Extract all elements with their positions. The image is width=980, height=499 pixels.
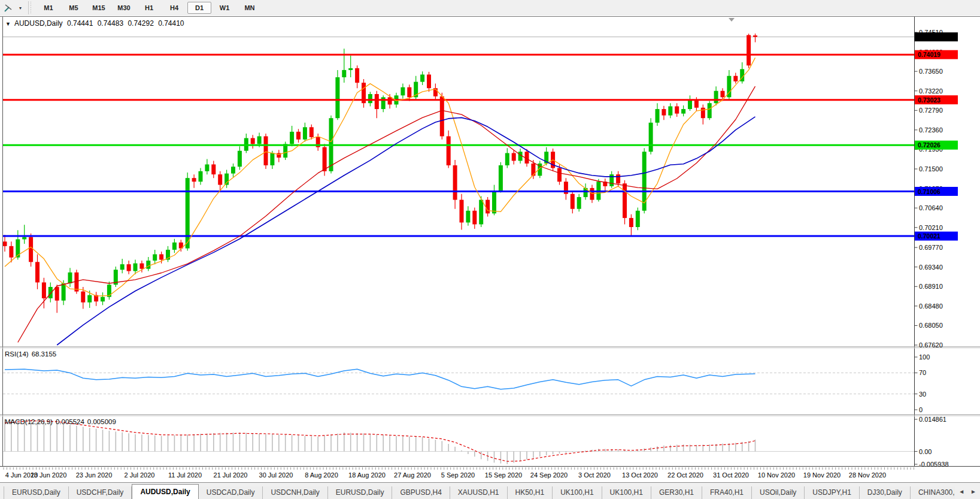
timeframe-button-m30[interactable]: M30: [112, 2, 136, 14]
chart-shift-marker-icon[interactable]: [729, 18, 735, 22]
candle-body: [668, 106, 672, 115]
tab-usdjpy-h1[interactable]: USDJPY,H1: [805, 486, 859, 499]
candle-body: [87, 295, 92, 303]
candle-body: [257, 136, 262, 144]
candle-body: [440, 96, 444, 137]
candle-body: [303, 127, 307, 139]
candle-body: [590, 188, 594, 200]
candle-body: [368, 94, 372, 103]
candle-body: [22, 237, 26, 240]
candle-body: [747, 35, 751, 66]
date-axis[interactable]: [0, 467, 915, 482]
candle-body: [681, 109, 685, 114]
tab-ger30-h1[interactable]: GER30,H1: [651, 486, 702, 499]
candle-body: [62, 283, 66, 301]
tab-uk100-h1[interactable]: UK100,H1: [602, 486, 651, 499]
candle-body: [694, 100, 699, 108]
tab-hk50-h1[interactable]: HK50,H1: [508, 486, 553, 499]
tab-gbpusd-h4[interactable]: GBPUSD,H4: [392, 486, 450, 499]
candle-body: [708, 103, 712, 118]
candle-body: [139, 264, 144, 269]
top-toolbar: ▾ M1M5M15M30H1H4D1W1MN: [0, 0, 980, 16]
candle-body: [153, 254, 157, 261]
candle-body: [3, 241, 7, 246]
tab-usdcnh-daily[interactable]: USDCNH,Daily: [263, 486, 327, 499]
timeframe-button-w1[interactable]: W1: [213, 2, 236, 14]
rsi-line: [5, 369, 756, 389]
candle-body: [466, 211, 470, 223]
macd-label: MACD(12,26,9)0.0055240.005009: [5, 418, 119, 425]
candle-body: [512, 153, 516, 161]
tab-fra40-h1[interactable]: FRA40,H1: [702, 486, 752, 499]
candle-body: [427, 74, 431, 88]
macd-value-signal: 0.005009: [87, 418, 116, 425]
timeframe-button-m5[interactable]: M5: [62, 2, 86, 14]
candle-body: [577, 197, 581, 209]
candle-body: [733, 76, 738, 81]
tab-eurusd-daily[interactable]: EURUSD,Daily: [328, 486, 393, 499]
candle-body: [499, 165, 503, 190]
timeframe-button-m15[interactable]: M15: [87, 2, 111, 14]
candle-body: [701, 108, 705, 118]
candle-body: [211, 164, 216, 174]
timeframe-button-m1[interactable]: M1: [37, 2, 60, 14]
tool-dropdown-icon[interactable]: ▾: [16, 2, 25, 14]
tab-usdchf-daily[interactable]: USDCHF,Daily: [69, 486, 132, 499]
chart-tab-bar: EURUSD,DailyUSDCHF,DailyAUDUSD,DailyUSDC…: [0, 482, 980, 499]
candle-body: [205, 164, 209, 171]
candle-body: [636, 211, 640, 227]
candle-body: [296, 132, 301, 140]
chart-window: 0.745100.740800.736500.732200.727900.723…: [0, 16, 980, 482]
candle-body: [479, 200, 483, 225]
tab-xauusd-h1[interactable]: XAUUSD,H1: [450, 486, 508, 499]
candle-body: [238, 151, 242, 167]
tab-dj30-daily[interactable]: DJ30,Daily: [860, 486, 911, 499]
chart-dropdown-icon[interactable]: ▼: [5, 21, 11, 27]
candle-body: [199, 171, 203, 182]
ohlc-high: 0.74483: [98, 19, 123, 28]
candle-body: [192, 178, 196, 182]
ohlc-open: 0.74441: [67, 19, 93, 28]
tab-eurusd-daily[interactable]: EURUSD,Daily: [4, 486, 69, 499]
rsi-label: RSI(14)68.3155: [5, 350, 59, 358]
timeframe-button-mn[interactable]: MN: [238, 2, 262, 14]
tab-china300-h1[interactable]: CHINA300,H1: [911, 486, 955, 499]
candle-body: [472, 211, 477, 225]
candle-body: [649, 123, 653, 152]
candle-body: [55, 287, 59, 301]
candle-body: [48, 287, 53, 298]
chart-tabs: EURUSD,DailyUSDCHF,DailyAUDUSD,DailyUSDC…: [0, 483, 955, 499]
chart-symbol-label: AUDUSD,Daily: [14, 19, 63, 28]
candle-body: [172, 243, 177, 250]
tabs-scroll-left-icon[interactable]: ◄: [958, 488, 964, 495]
tab-audusd-daily[interactable]: AUDUSD,Daily: [132, 484, 198, 499]
timeframe-button-d1[interactable]: D1: [187, 2, 211, 14]
macd-histogram: [5, 419, 756, 464]
candle-body: [42, 282, 46, 298]
candle-body: [270, 153, 274, 165]
candle-body: [401, 87, 405, 96]
tab-usoil-daily[interactable]: USOil,Daily: [752, 486, 805, 499]
tabs-scroll-right-icon[interactable]: ►: [970, 488, 976, 495]
tab-uk100-h1[interactable]: UK100,H1: [553, 486, 602, 499]
candle-body: [453, 165, 457, 200]
candle-body: [486, 200, 490, 214]
candle-body: [134, 264, 138, 271]
candle-body: [355, 68, 359, 83]
candle-body: [388, 97, 392, 104]
candle-body: [447, 136, 451, 165]
candle-body: [310, 127, 314, 137]
candle-body: [251, 138, 255, 144]
candle-body: [81, 292, 85, 303]
chart-title: ▼AUDUSD,Daily 0.74441 0.74483 0.74292 0.…: [5, 19, 187, 28]
price-axis[interactable]: [915, 16, 980, 467]
timeframe-button-h4[interactable]: H4: [162, 2, 186, 14]
timeframe-button-h1[interactable]: H1: [137, 2, 161, 14]
ohlc-low: 0.74292: [128, 19, 153, 28]
candle-body: [721, 91, 725, 98]
candlestick-chart-canvas[interactable]: 0.745100.740800.736500.732200.727900.723…: [0, 16, 980, 482]
crosshair-tool-icon[interactable]: [1, 2, 16, 14]
tab-usdcad-daily[interactable]: USDCAD,Daily: [199, 486, 263, 499]
candle-body: [753, 35, 757, 37]
candle-body: [609, 174, 614, 186]
